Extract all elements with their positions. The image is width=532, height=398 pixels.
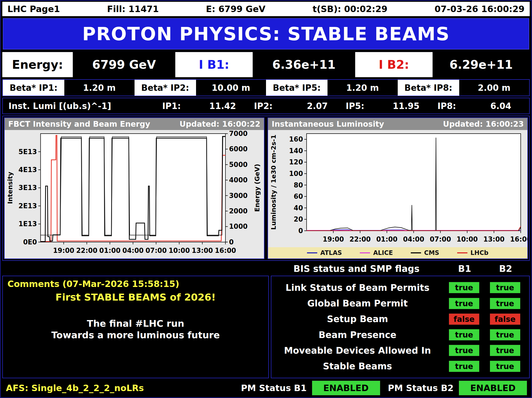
- x-tick-label: 13:00: [192, 247, 213, 254]
- y-left-tick-label: 100: [289, 170, 303, 177]
- beta-ip8-label: Beta* IP8:: [398, 80, 459, 96]
- bis-b1-status: true: [449, 282, 479, 293]
- y-left-tick-label: 120: [289, 158, 303, 166]
- x-tick-label: 07:00: [430, 235, 451, 243]
- bis-b1-status: true: [449, 345, 479, 356]
- bis-row-stable-beams: Stable Beams true true: [271, 361, 526, 372]
- pm-status-b1-value: ENABLED: [312, 381, 380, 395]
- y-right-tick-label: 2000: [229, 207, 248, 215]
- energy-label: Energy:: [2, 52, 73, 77]
- legend-item-alice: ALICE: [360, 249, 393, 256]
- fill-number: Fill: 11471: [107, 4, 159, 14]
- bis-b1-status: true: [449, 361, 479, 372]
- y-right-tick-label: 0: [229, 238, 234, 246]
- fbct-chart-title: FBCT Intensity and Beam Energy: [8, 120, 150, 128]
- intensity-b2-label: I B2:: [355, 52, 433, 77]
- beam-energy-readout: E: 6799 GeV: [206, 4, 265, 14]
- y-left-tick-label: 40: [294, 204, 303, 212]
- beta-ip1: Beta* IP1: 1.20 m: [3, 80, 135, 96]
- pm-status-b2-value: ENABLED: [459, 381, 527, 395]
- bis-row-label: Setup Beam: [271, 314, 444, 324]
- comments-panel: Comments (07-Mar-2026 15:58:15) First ST…: [2, 276, 269, 378]
- bis-row-moveable-devices: Moveable Devices Allowed In true true: [271, 345, 526, 356]
- comments-line-3: Towards a more luminous future: [7, 330, 264, 340]
- bis-b2-status: true: [490, 329, 520, 341]
- fbct-chart-updated: Updated: 16:00:22: [180, 120, 260, 128]
- lumi-ip5: IP5: 11.95: [346, 101, 437, 111]
- beta-ip5-value: 1.20 m: [328, 80, 398, 96]
- instantaneous-lumi-row: Inst. Lumi [(ub.s)^-1] IP1: 11.42 IP2: 2…: [2, 98, 530, 114]
- instantaneous-luminosity-chart: 19:0022:0001:0004:0007:0010:0013:0016:00…: [268, 130, 527, 247]
- pm-status-b1-label: PM Status B1: [241, 383, 306, 393]
- legend-label: CMS: [424, 249, 439, 256]
- y-left-tick-label: 2E13: [18, 202, 37, 210]
- bis-row-label: Moveable Devices Allowed In: [271, 345, 444, 356]
- x-tick-label: 16:00: [215, 247, 236, 254]
- y-left-tick-label: 140: [289, 147, 303, 155]
- x-tick-label: 04:00: [122, 247, 144, 254]
- x-tick-label: 19:00: [53, 247, 74, 254]
- bis-row-beam-presence: Beam Presence true true: [271, 329, 526, 341]
- time-in-stable-beams: t(SB): 00:02:29: [313, 4, 387, 14]
- y-left-tick-label: 80: [294, 181, 303, 189]
- luminosity-chart-updated: Updated: 16:00:23: [443, 120, 524, 128]
- legend-label: ATLAS: [320, 249, 342, 256]
- beta-ip5: Beta* IP5: 1.20 m: [266, 80, 398, 96]
- intensity-b1-value: 6.36e+11: [253, 52, 355, 77]
- energy-intensity-row: Energy: 6799 GeV I B1: 6.36e+11 I B2: 6.…: [2, 52, 530, 77]
- top-status-bar: LHC Page1 Fill: 11471 E: 6799 GeV t(SB):…: [2, 2, 530, 16]
- y-right-tick-label: 3000: [229, 192, 248, 200]
- x-tick-label: 19:00: [323, 235, 344, 243]
- legend-item-atlas: ATLAS: [307, 249, 342, 256]
- legend-color-dash: [360, 252, 370, 253]
- beta-ip2: Beta* IP2: 10.00 m: [135, 80, 266, 96]
- fbct-chart-panel: FBCT Intensity and Beam Energy Updated: …: [4, 117, 264, 259]
- lumi-ip8-value: 6.04: [490, 101, 511, 111]
- y-left-tick-label: 1E13: [18, 220, 37, 228]
- intensity-b2-value: 6.29e+11: [433, 52, 530, 77]
- beta-ip1-value: 1.20 m: [64, 80, 135, 96]
- y-left-tick-label: 0E0: [23, 238, 37, 246]
- lumi-ip1-label: IP1:: [162, 101, 181, 111]
- y-left-tick-label: 0: [298, 227, 303, 235]
- luminosity-chart-title: Instantaneous Luminosity: [272, 120, 384, 128]
- bis-header-title: BIS status and SMP flags: [269, 264, 444, 274]
- bottom-section: Comments (07-Mar-2026 15:58:15) First ST…: [2, 276, 530, 378]
- y-left-tick-label: 5E13: [18, 148, 37, 156]
- lumi-ip2: IP2: 2.07: [254, 101, 346, 111]
- beta-ip2-value: 10.00 m: [196, 80, 266, 96]
- charts-section: FBCT Intensity and Beam Energy Updated: …: [2, 116, 530, 261]
- bis-row-label: Global Beam Permit: [271, 298, 444, 309]
- y-right-tick-label: 4000: [229, 176, 248, 184]
- beam-mode-text: PROTON PHYSICS: STABLE BEAMS: [82, 23, 450, 45]
- y-left-tick-label: 60: [294, 193, 303, 200]
- y-left-tick-label: 4E13: [18, 166, 37, 174]
- bis-b1-status: true: [449, 298, 479, 309]
- x-tick-label: 16:00: [510, 235, 527, 243]
- x-tick-label: 10:00: [457, 235, 478, 243]
- y-right-tick-label: 1000: [229, 223, 248, 230]
- beta-ip8: Beta* IP8: 2.00 m: [398, 80, 529, 96]
- legend-item-cms: CMS: [411, 249, 439, 256]
- lhc-page1: LHC Page1 Fill: 11471 E: 6799 GeV t(SB):…: [0, 0, 532, 398]
- bis-header-row: BIS status and SMP flags B1 B2: [2, 262, 530, 276]
- bis-row-label: Link Status of Beam Permits: [271, 283, 444, 293]
- bis-row-link-status: Link Status of Beam Permits true true: [271, 282, 526, 293]
- beta-ip8-value: 2.00 m: [459, 80, 529, 96]
- bis-row-setup-beam: Setup Beam false false: [271, 313, 526, 325]
- legend-color-dash: [307, 252, 317, 253]
- bis-col-b1: B1: [444, 264, 485, 274]
- y-right-tick-label: 6000: [229, 145, 248, 153]
- y-right-tick-label: 7000: [229, 130, 248, 137]
- legend-label: ALICE: [373, 249, 393, 256]
- lumi-ip2-value: 2.07: [307, 101, 328, 111]
- bis-b2-status: true: [490, 345, 520, 356]
- comments-title: Comments (07-Mar-2026 15:58:15): [7, 279, 264, 289]
- bis-row-global-beam-permit: Global Beam Permit true true: [271, 298, 526, 309]
- lumi-ip8-label: IP8:: [437, 101, 456, 111]
- lumi-ip2-label: IP2:: [254, 101, 273, 111]
- bis-b1-status: false: [449, 313, 479, 325]
- legend-color-dash: [457, 252, 467, 253]
- bis-head-grid: BIS status and SMP flags B1 B2: [269, 264, 530, 274]
- fbct-chart-header: FBCT Intensity and Beam Energy Updated: …: [5, 118, 264, 130]
